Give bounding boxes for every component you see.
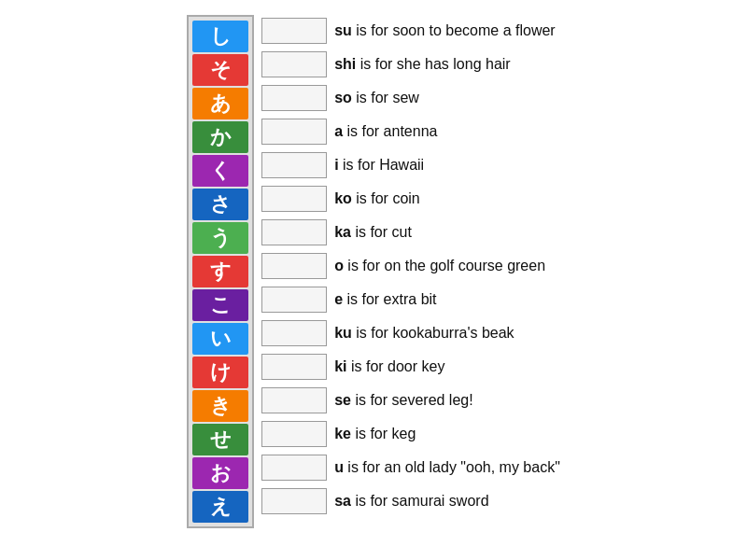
match-input-box[interactable]: [261, 387, 327, 413]
match-label: shi is for she has long hair: [334, 56, 511, 73]
se-tile[interactable]: せ: [192, 424, 248, 455]
match-input-box[interactable]: [261, 152, 327, 178]
match-row: u is for an old lady "ooh, my back": [261, 452, 560, 483]
ka-tile[interactable]: か: [192, 121, 248, 153]
i-tile[interactable]: い: [192, 323, 248, 355]
match-input-box[interactable]: [261, 354, 327, 380]
ki-tile[interactable]: き: [192, 390, 248, 422]
match-input-box[interactable]: [261, 51, 327, 77]
match-column: su is for soon to become a flowershi is …: [261, 15, 560, 517]
match-label: o is for on the golf course green: [334, 258, 545, 274]
match-row: se is for severed leg!: [261, 385, 560, 416]
sa-tile[interactable]: さ: [192, 189, 248, 220]
match-row: sa is for samurai sword: [261, 485, 560, 517]
match-input-box[interactable]: [261, 320, 327, 346]
su-tile[interactable]: す: [192, 256, 248, 287]
match-input-box[interactable]: [261, 455, 327, 481]
u-tile[interactable]: う: [192, 222, 248, 254]
match-label: sa is for samurai sword: [334, 493, 488, 510]
match-row: a is for antenna: [261, 116, 560, 147]
match-label: ka is for cut: [334, 224, 412, 241]
match-input-box[interactable]: [261, 85, 327, 111]
match-row: ke is for keg: [261, 418, 560, 450]
ke-tile[interactable]: け: [192, 357, 248, 388]
match-input-box[interactable]: [261, 18, 327, 44]
match-label: ki is for door key: [334, 358, 444, 375]
a-tile[interactable]: あ: [192, 88, 248, 119]
match-label: u is for an old lady "ooh, my back": [334, 459, 560, 476]
match-input-box[interactable]: [261, 119, 327, 145]
match-input-box[interactable]: [261, 219, 327, 245]
kana-column: しそあかくさうすこいけきせおえ: [187, 15, 254, 528]
match-row: e is for extra bit: [261, 284, 560, 315]
match-row: o is for on the golf course green: [261, 250, 560, 282]
match-label: su is for soon to become a flower: [334, 22, 556, 39]
match-label: i is for Hawaii: [334, 157, 424, 174]
match-input-box[interactable]: [261, 488, 327, 514]
match-row: ki is for door key: [261, 351, 560, 383]
match-row: su is for soon to become a flower: [261, 15, 560, 47]
so-tile[interactable]: そ: [192, 54, 248, 86]
e-tile[interactable]: え: [192, 491, 248, 523]
match-label: e is for extra bit: [334, 291, 436, 308]
ko-tile[interactable]: こ: [192, 289, 248, 321]
shi-tile[interactable]: し: [192, 21, 248, 52]
main-container: しそあかくさうすこいけきせおえ su is for soon to become…: [187, 15, 560, 528]
match-row: ka is for cut: [261, 217, 560, 248]
match-label: a is for antenna: [334, 123, 437, 140]
match-row: so is for sew: [261, 82, 560, 114]
ku-tile[interactable]: く: [192, 155, 248, 187]
match-label: ku is for kookaburra's beak: [334, 325, 514, 342]
match-label: so is for sew: [334, 90, 419, 106]
match-row: ko is for coin: [261, 183, 560, 215]
o-tile[interactable]: お: [192, 457, 248, 489]
match-row: shi is for she has long hair: [261, 49, 560, 80]
match-label: ke is for keg: [334, 426, 416, 442]
match-input-box[interactable]: [261, 186, 327, 212]
match-label: se is for severed leg!: [334, 392, 473, 409]
match-label: ko is for coin: [334, 190, 420, 207]
match-input-box[interactable]: [261, 287, 327, 313]
match-input-box[interactable]: [261, 421, 327, 447]
match-row: i is for Hawaii: [261, 149, 560, 181]
match-input-box[interactable]: [261, 253, 327, 279]
match-row: ku is for kookaburra's beak: [261, 317, 560, 349]
